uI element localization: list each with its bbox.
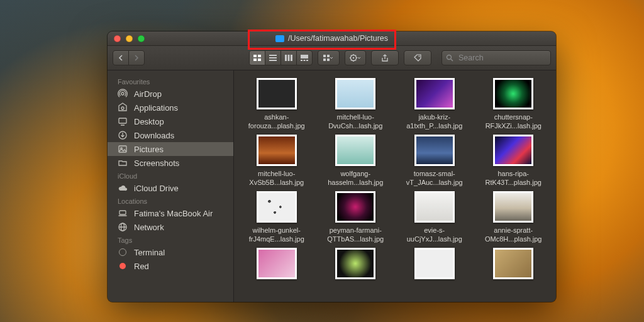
sidebar-item-label: Fatima's MacBook Air [134,209,213,218]
file-item[interactable]: hans-ripa-RtK43T...plash.jpg [476,135,552,187]
file-item[interactable]: mitchell-luo-DvuCsh...lash.jpg [318,78,394,131]
file-item[interactable]: wilhelm-gunkel-frJ4mqE...lash.jpg [239,191,314,244]
traffic-lights [108,35,145,42]
sidebar-item-pictures[interactable]: Pictures [108,142,233,156]
file-thumbnail [257,248,297,279]
sidebar-item-terminal[interactable]: Terminal [108,245,233,259]
file-name: annie-spratt-OMc8H...plash.jpg [479,226,548,244]
svg-rect-17 [327,58,330,61]
sidebar-heading: Tags [108,234,233,245]
search-field[interactable] [441,50,551,65]
file-item[interactable]: chuttersnap-RFJkXZi...lash.jpg [476,78,552,131]
sidebar-item-icloud-drive[interactable]: iCloud Drive [108,181,233,195]
close-button[interactable] [114,35,121,42]
svg-rect-6 [269,60,277,61]
nav-buttons [113,50,145,65]
finder-window: /Users/fatimawahab/Pictures [108,31,556,302]
forward-button[interactable] [129,51,144,65]
sidebar-item-airdrop[interactable]: AirDrop [108,87,233,101]
window-path: /Users/fatimawahab/Pictures [288,34,388,43]
sidebar-item-label: Screenshots [134,158,179,168]
file-item[interactable]: annie-spratt-OMc8H...plash.jpg [476,191,552,244]
file-thumbnail [335,191,375,223]
sidebar-item-screenshots[interactable]: Screenshots [108,156,233,170]
svg-rect-9 [291,55,292,61]
file-name: mitchell-luo-DvuCsh...lash.jpg [321,113,390,131]
svg-rect-11 [301,60,303,61]
svg-rect-3 [258,58,261,61]
file-item[interactable]: mitchell-luo-XvSb5B...lash.jpg [239,135,314,187]
file-item[interactable]: evie-s-uuCjYxJ...lash.jpg [397,191,472,244]
file-name: chuttersnap-RFJkXZi...lash.jpg [479,113,548,131]
file-item[interactable] [476,248,552,301]
tag-gray [118,247,128,257]
view-icon-button[interactable] [250,51,265,65]
back-button[interactable] [113,51,129,65]
file-item[interactable]: jakub-kriz-a1txth_P...lash.jpg [397,78,472,131]
sidebar-item-applications[interactable]: Applications [108,101,233,114]
sidebar-item-network[interactable]: Network [108,220,233,234]
file-thumbnail [493,248,533,279]
titlebar[interactable]: /Users/fatimawahab/Pictures [108,31,556,46]
svg-rect-15 [327,55,330,57]
svg-rect-0 [253,55,257,57]
svg-rect-5 [269,57,277,58]
file-thumbnail [414,191,455,223]
pictures-icon [118,144,128,154]
file-item[interactable]: peyman-farmani-QTTbAS...lash.jpg [318,191,394,244]
search-icon [446,54,453,62]
svg-rect-10 [301,55,308,58]
file-item[interactable]: tomasz-smal-vT_JAuc...lash.jpg [397,135,472,187]
svg-point-19 [353,57,354,58]
file-item[interactable]: ashkan-forouza...plash.jpg [239,78,314,131]
file-item[interactable] [318,248,394,301]
file-thumbnail [257,135,297,166]
file-thumbnail [335,135,375,166]
svg-rect-1 [258,55,261,57]
file-thumbnail [493,135,533,166]
file-item[interactable] [397,248,472,301]
file-name: evie-s-uuCjYxJ...lash.jpg [400,226,469,244]
svg-rect-16 [323,58,326,61]
view-gallery-button[interactable] [297,51,312,65]
sidebar-heading: Locations [108,195,233,206]
file-name: tomasz-smal-vT_JAuc...lash.jpg [400,170,469,187]
folder-icon [118,158,128,168]
sidebar-item-label: Applications [134,103,178,113]
sidebar-item-red[interactable]: Red [108,259,233,273]
sidebar-item-downloads[interactable]: Downloads [108,128,233,142]
file-thumbnail [335,248,375,279]
sidebar: FavouritesAirDropApplicationsDesktopDown… [108,70,234,302]
maximize-button[interactable] [138,35,145,42]
file-thumbnail [414,78,455,109]
cloud-icon [118,183,128,193]
downloads-icon [118,130,128,140]
sidebar-item-fatima-s-macbook-air[interactable]: Fatima's MacBook Air [108,206,233,220]
file-grid-area[interactable]: ashkan-forouza...plash.jpgmitchell-luo-D… [234,70,556,302]
toolbar [108,46,556,70]
file-item[interactable]: wolfgang-hasselm...lash.jpg [318,135,394,187]
file-name: ashkan-forouza...plash.jpg [242,113,311,131]
view-column-button[interactable] [281,51,297,65]
svg-point-20 [419,56,420,57]
group-dropdown[interactable] [318,50,340,65]
svg-rect-2 [253,58,257,61]
file-name: peyman-farmani-QTTbAS...lash.jpg [321,226,390,244]
sidebar-item-desktop[interactable]: Desktop [108,114,233,128]
file-thumbnail [493,191,533,223]
svg-line-22 [451,59,453,61]
file-item[interactable] [239,248,314,301]
share-button[interactable] [371,50,399,65]
svg-rect-14 [323,55,326,57]
tag-red [118,261,128,271]
view-list-button[interactable] [265,51,281,65]
sidebar-item-label: Terminal [134,248,165,257]
sidebar-item-label: Downloads [134,131,174,140]
svg-rect-30 [119,211,126,214]
window-title: /Users/fatimawahab/Pictures [108,34,556,43]
minimize-button[interactable] [126,35,133,42]
tags-button[interactable] [404,50,431,65]
search-input[interactable] [457,53,556,63]
sidebar-item-label: iCloud Drive [134,184,179,193]
action-dropdown[interactable] [345,50,367,65]
